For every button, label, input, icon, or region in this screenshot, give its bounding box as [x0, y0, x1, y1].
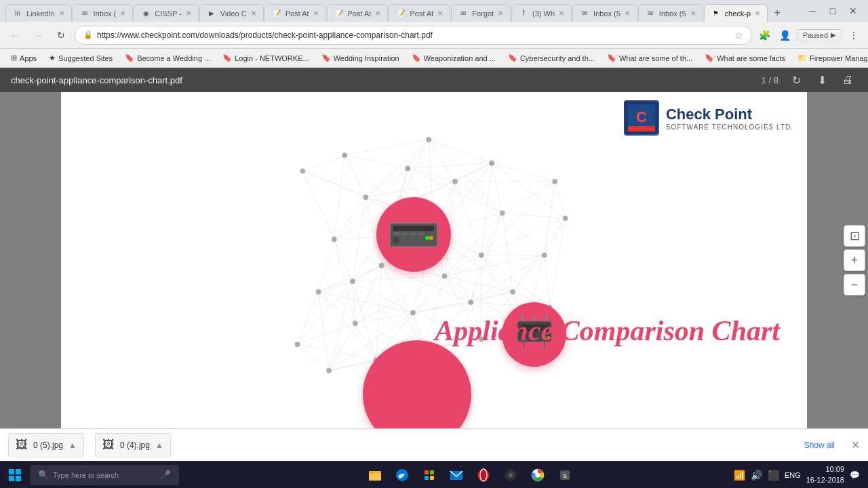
- pdf-download-button[interactable]: ⬇: [812, 70, 831, 89]
- browser-tab-9[interactable]: f(3) Wh✕: [511, 4, 572, 22]
- new-tab-button[interactable]: +: [768, 4, 787, 22]
- bookmark-firepower[interactable]: 📁 Firepower Managem...: [792, 52, 868, 64]
- bookmark-wedding-insp[interactable]: 🔖 Wedding Inspiration: [316, 52, 405, 64]
- tab-close-icon[interactable]: ✕: [375, 9, 380, 17]
- download-chevron-1[interactable]: ▲: [68, 441, 77, 450]
- svg-point-150: [405, 166, 410, 171]
- browser-tab-3[interactable]: ◉CISSP -✕: [134, 4, 199, 22]
- browser-frame: inLinkedIn✕✉Inbox (✕◉CISSP -✕▶Video C✕📝P…: [0, 0, 868, 488]
- bookmark-suggested[interactable]: ★ Suggested Sites: [43, 52, 118, 64]
- bookmark-what-some[interactable]: 🔖 What are some of th...: [601, 52, 698, 64]
- close-download-bar-button[interactable]: ✕: [851, 439, 860, 451]
- bookmark-apps[interactable]: ⊞ Apps: [5, 52, 42, 64]
- start-button[interactable]: [3, 463, 27, 487]
- browser-tab-6[interactable]: 📝Post At✕: [327, 4, 389, 22]
- tab-label: Post At: [285, 9, 309, 18]
- taskbar-chrome[interactable]: [526, 463, 550, 487]
- taskbar-mail[interactable]: [444, 463, 469, 487]
- svg-line-71: [502, 213, 566, 218]
- browser-tab-2[interactable]: ✉Inbox (✕: [73, 4, 134, 22]
- speaker-icon[interactable]: 🔊: [751, 470, 762, 481]
- address-bar-row: ← → ↻ 🔒 https://www.checkpoint.com/downl…: [0, 22, 868, 49]
- bookmark-weaponization[interactable]: 🔖 Weaponization and ...: [406, 52, 501, 64]
- network-icon[interactable]: 📶: [734, 470, 745, 481]
- star-icon: ★: [49, 54, 56, 62]
- microphone-icon[interactable]: 🎤: [160, 470, 171, 480]
- zoom-out-button[interactable]: −: [844, 274, 865, 296]
- pdf-print-button[interactable]: 🖨: [838, 70, 857, 89]
- taskbar-search[interactable]: 🔍 🎤: [30, 465, 179, 485]
- taskbar-opera[interactable]: [471, 463, 496, 487]
- tab-close-icon[interactable]: ✕: [498, 9, 503, 17]
- close-button[interactable]: ✕: [844, 4, 863, 18]
- svg-point-213: [480, 469, 487, 481]
- tab-close-icon[interactable]: ✕: [625, 9, 630, 17]
- tab-close-icon[interactable]: ✕: [313, 9, 319, 17]
- reload-button[interactable]: ↻: [52, 26, 71, 45]
- svg-line-66: [445, 255, 481, 276]
- tab-close-icon[interactable]: ✕: [251, 9, 256, 17]
- browser-tab-11[interactable]: ✉Inbox (5✕: [638, 4, 703, 22]
- taskbar-file-explorer[interactable]: [363, 463, 387, 487]
- svg-line-108: [445, 276, 471, 302]
- svg-point-163: [563, 216, 568, 221]
- address-bar[interactable]: 🔒 https://www.checkpoint.com/downloads/p…: [75, 26, 752, 45]
- taskbar-edge[interactable]: [390, 463, 414, 487]
- pdf-actions: ↻ ⬇ 🖨: [787, 70, 857, 89]
- bookmark-wedding[interactable]: 🔖 Become a Wedding ...: [119, 52, 216, 64]
- device-circle-1: [376, 197, 451, 272]
- profile-icon[interactable]: 👤: [776, 26, 794, 44]
- tab-close-icon[interactable]: ✕: [690, 9, 696, 17]
- back-button[interactable]: ←: [5, 26, 24, 45]
- download-file-icon-1: 🖼: [16, 438, 28, 452]
- download-item-1[interactable]: 🖼 0 (5).jpg ▲: [8, 433, 84, 458]
- tab-label: LinkedIn: [26, 9, 55, 18]
- browser-tab-10[interactable]: ✉Inbox (5✕: [572, 4, 637, 22]
- browser-tab-12[interactable]: ⚑check-p✕: [704, 4, 768, 22]
- svg-line-33: [319, 266, 382, 292]
- address-text: https://www.checkpoint.com/downloads/pro…: [97, 30, 730, 40]
- svg-line-141: [429, 140, 492, 163]
- tab-label: check-p: [725, 9, 751, 18]
- pdf-content-area: C Check Point SOFTWARE TECHNOLOGIES LTD.: [0, 92, 868, 428]
- minimize-button[interactable]: ─: [803, 4, 822, 18]
- show-all-button[interactable]: Show all: [799, 438, 840, 453]
- browser-tab-7[interactable]: 📝Post At✕: [389, 4, 450, 22]
- notifications-icon[interactable]: 💬: [850, 470, 860, 480]
- tab-close-icon[interactable]: ✕: [559, 9, 564, 17]
- zoom-in-button[interactable]: +: [844, 249, 865, 271]
- tab-close-icon[interactable]: ✕: [59, 9, 64, 17]
- tab-close-icon[interactable]: ✕: [186, 9, 191, 17]
- taskbar-search-input[interactable]: [53, 471, 156, 479]
- forward-button[interactable]: →: [28, 26, 47, 45]
- download-chevron-2[interactable]: ▲: [155, 441, 163, 450]
- taskbar-obs[interactable]: [498, 463, 523, 487]
- maximize-button[interactable]: □: [823, 4, 842, 18]
- tab-favicon: ✉: [80, 9, 90, 18]
- tab-close-icon[interactable]: ✕: [755, 9, 760, 17]
- pdf-reload-button[interactable]: ↻: [787, 70, 806, 89]
- browser-tab-4[interactable]: ▶Video C✕: [199, 4, 264, 22]
- paused-badge: Paused ▶: [797, 29, 842, 41]
- taskbar-extra[interactable]: S: [553, 463, 577, 487]
- extensions-icon[interactable]: 🧩: [756, 26, 774, 44]
- menu-icon[interactable]: ⋮: [845, 26, 863, 44]
- star-icon[interactable]: ☆: [734, 30, 743, 41]
- tab-close-icon[interactable]: ✕: [120, 9, 125, 17]
- taskbar-store[interactable]: [417, 463, 441, 487]
- tab-close-icon[interactable]: ✕: [437, 9, 443, 17]
- svg-point-149: [363, 195, 368, 200]
- language-indicator[interactable]: ENG: [785, 471, 801, 479]
- browser-tab-5[interactable]: 📝Post At✕: [264, 4, 326, 22]
- bookmark-facts[interactable]: 🔖 What are some facts: [699, 52, 791, 64]
- system-clock[interactable]: 10:09 16-12-2018: [806, 464, 844, 485]
- svg-point-176: [442, 273, 448, 279]
- bookmark-login[interactable]: 🔖 Login - NETWORKE...: [217, 52, 314, 64]
- download-item-2[interactable]: 🖼 0 (4).jpg ▲: [95, 433, 171, 458]
- network-device-icon-1: [387, 218, 441, 251]
- bookmark-cybersecurity[interactable]: 🔖 Cybersecurity and th...: [502, 52, 600, 64]
- browser-tab-1[interactable]: inLinkedIn✕: [5, 4, 72, 22]
- zoom-fit-button[interactable]: ⊡: [844, 225, 865, 247]
- svg-point-161: [510, 289, 515, 295]
- browser-tab-8[interactable]: ✉Forgot✕: [451, 4, 511, 22]
